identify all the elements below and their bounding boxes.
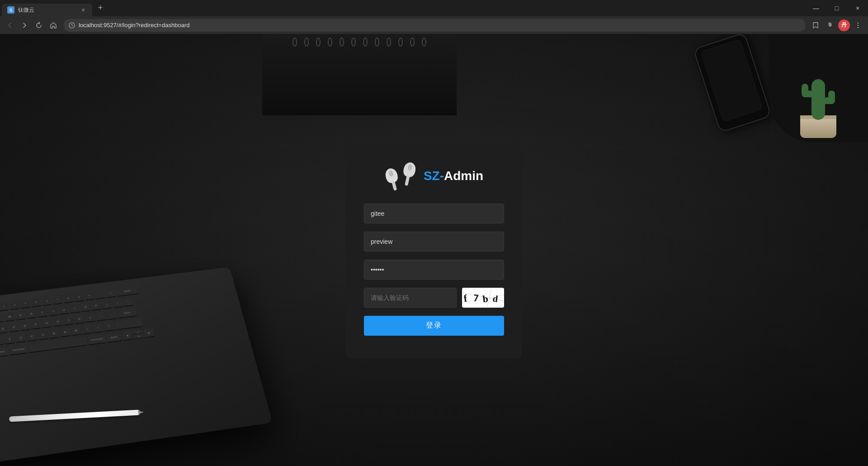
home-button[interactable]: [47, 19, 60, 32]
login-card: SZ-Admin f 7: [346, 142, 522, 358]
username-input[interactable]: [364, 232, 504, 252]
tab-close-button[interactable]: ×: [80, 6, 87, 14]
logo-area: SZ-Admin: [385, 160, 483, 192]
svg-text:云: 云: [9, 8, 13, 12]
forward-button[interactable]: [18, 19, 31, 32]
new-tab-button[interactable]: +: [94, 1, 107, 14]
secure-icon: [69, 22, 75, 29]
notebook-decoration: [262, 34, 457, 115]
bookmark-button[interactable]: [809, 19, 822, 32]
password-input[interactable]: [364, 260, 504, 280]
cactus-decoration: [769, 34, 868, 143]
login-button[interactable]: 登录: [364, 316, 504, 336]
extensions-button[interactable]: [824, 19, 836, 32]
captcha-input[interactable]: [364, 288, 457, 308]
keyboard-decoration: § 1 2 3 4 5 6 7 8 9 0 - = delete: [0, 271, 267, 461]
svg-text:7: 7: [473, 292, 479, 304]
logo-prefix: SZ-: [424, 169, 444, 183]
captcha-image[interactable]: f 7 b d: [462, 288, 504, 308]
svg-point-5: [858, 27, 859, 28]
page-content: § 1 2 3 4 5 6 7 8 9 0 - = delete: [0, 34, 868, 466]
address-text: localhost:9527/#/login?redirect=dashboar…: [79, 22, 189, 29]
refresh-button[interactable]: [33, 19, 45, 32]
tenant-input[interactable]: [364, 204, 504, 223]
svg-point-3: [858, 22, 859, 23]
logo-suffix: Admin: [444, 169, 483, 183]
menu-button[interactable]: [852, 19, 864, 32]
tab-favicon: 云: [7, 6, 14, 14]
tab-title: 钛微云: [18, 6, 76, 14]
phone-decoration: [705, 38, 760, 127]
svg-point-4: [858, 24, 859, 25]
maximize-button[interactable]: □: [826, 0, 847, 16]
minimize-button[interactable]: —: [806, 0, 826, 16]
browser-tab[interactable]: 云 钛微云 ×: [2, 4, 92, 16]
address-bar[interactable]: localhost:9527/#/login?redirect=dashboar…: [63, 19, 806, 32]
close-button[interactable]: ×: [847, 0, 868, 16]
profile-button[interactable]: 丹: [838, 19, 850, 31]
back-button[interactable]: [4, 19, 16, 32]
captcha-row: f 7 b d: [364, 288, 504, 308]
